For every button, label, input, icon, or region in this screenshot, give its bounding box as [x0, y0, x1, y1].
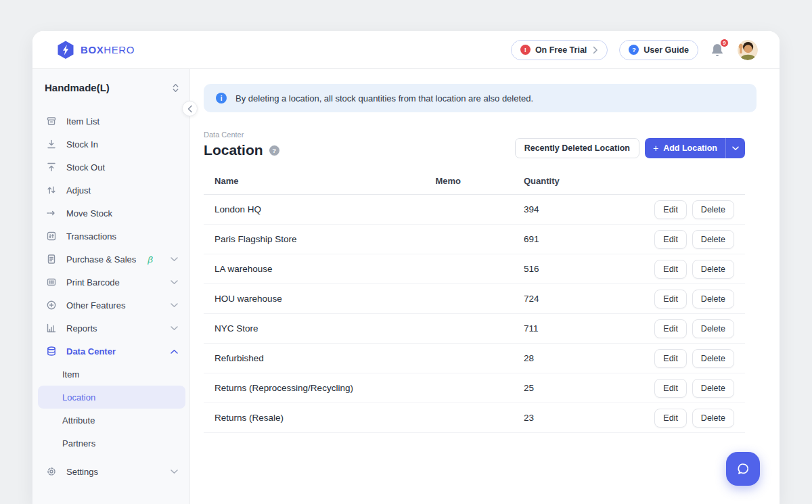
sidebar-item-adjust[interactable]: Adjust	[32, 179, 189, 202]
sidebar-item-attribute[interactable]: Attribute	[38, 409, 185, 432]
delete-button[interactable]: Delete	[692, 349, 734, 368]
page-title: Location	[204, 142, 263, 158]
sidebar-item-move-stock[interactable]: Move Stock	[32, 202, 189, 225]
topbar: BOXHERO ! On Free Trial ? User Guide	[32, 31, 780, 69]
location-quantity: 23	[524, 413, 633, 423]
sidebar-item-reports[interactable]: Reports	[32, 317, 189, 340]
sidebar-item-stock-in[interactable]: Stock In	[32, 133, 189, 156]
main-content: i By deleting a location, all stock quan…	[190, 69, 780, 504]
chevron-left-icon	[187, 105, 193, 113]
beta-badge: β	[148, 254, 153, 265]
edit-button[interactable]: Edit	[654, 349, 687, 368]
collapse-sidebar-button[interactable]	[182, 101, 198, 116]
sidebar-item-other-features[interactable]: Other Features	[32, 294, 189, 317]
app-window: BOXHERO ! On Free Trial ? User Guide	[32, 31, 780, 504]
chat-bubble-icon	[736, 461, 751, 477]
info-banner-text: By deleting a location, all stock quanti…	[235, 93, 533, 104]
alert-icon: !	[520, 45, 531, 55]
location-quantity: 516	[524, 264, 633, 274]
sidebar-item-partners[interactable]: Partners	[38, 432, 185, 455]
sidebar-item-purchase-sales[interactable]: Purchase & Sales β	[32, 248, 189, 271]
sidebar-item-data-center[interactable]: Data Center	[32, 340, 189, 363]
page-header-actions: Recently Deleted Location + Add Location	[515, 138, 745, 158]
sidebar-item-item-list[interactable]: Item List	[32, 110, 189, 133]
sidebar-item-location[interactable]: Location	[38, 386, 185, 409]
edit-button[interactable]: Edit	[654, 379, 687, 398]
sidebar: Handmade(L) Item List Stock In	[32, 69, 190, 504]
table-row: Returns (Reprocessing/Recycling) 25 Edit…	[204, 373, 745, 403]
sidebar-item-label: Settings	[66, 467, 98, 477]
sidebar-item-transactions[interactable]: Transactions	[32, 225, 189, 248]
delete-button[interactable]: Delete	[692, 290, 734, 308]
sidebar-item-label: Transactions	[66, 231, 116, 242]
plus-icon: +	[653, 143, 658, 154]
chevron-up-icon	[171, 349, 178, 354]
free-trial-button[interactable]: ! On Free Trial	[511, 40, 608, 60]
location-name: HOU warehouse	[215, 294, 435, 304]
boxhero-logo[interactable]: BOXHERO	[57, 41, 135, 60]
user-guide-label: User Guide	[644, 45, 689, 55]
help-icon[interactable]: ?	[269, 145, 279, 156]
sidebar-item-item[interactable]: Item	[38, 363, 185, 386]
delete-button[interactable]: Delete	[692, 230, 734, 249]
edit-button[interactable]: Edit	[654, 260, 687, 279]
table-row: Paris Flagship Store 691 Edit Delete	[204, 225, 745, 254]
breadcrumb: Data Center	[204, 131, 279, 139]
chevron-down-icon	[171, 280, 178, 285]
recently-deleted-location-button[interactable]: Recently Deleted Location	[515, 138, 639, 158]
add-location-label: Add Location	[663, 143, 717, 153]
adjust-icon	[46, 185, 58, 196]
column-header-memo: Memo	[435, 176, 524, 186]
plus-circle-icon	[46, 300, 58, 311]
edit-button[interactable]: Edit	[654, 230, 687, 249]
delete-button[interactable]: Delete	[692, 379, 734, 398]
sidebar-item-label: Move Stock	[66, 208, 112, 219]
location-quantity: 394	[524, 204, 633, 214]
barcode-icon	[46, 277, 58, 288]
chevron-down-icon[interactable]	[726, 138, 745, 158]
question-icon: ?	[629, 45, 639, 55]
workspace-switcher[interactable]: Handmade(L)	[32, 82, 189, 93]
sidebar-item-stock-out[interactable]: Stock Out	[32, 156, 189, 179]
location-quantity: 691	[524, 234, 633, 244]
delete-button[interactable]: Delete	[692, 260, 734, 279]
chevron-down-icon	[171, 326, 178, 331]
table-row: HOU warehouse 724 Edit Delete	[204, 284, 745, 314]
table-row: Refurbished 28 Edit Delete	[204, 344, 745, 373]
location-quantity: 28	[524, 353, 633, 363]
sidebar-item-label: Other Features	[66, 300, 125, 311]
sidebar-item-print-barcode[interactable]: Print Barcode	[32, 271, 189, 294]
table-row: London HQ 394 Edit Delete	[204, 195, 745, 225]
user-guide-button[interactable]: ? User Guide	[619, 40, 698, 60]
sidebar-item-label: Stock In	[66, 139, 98, 150]
delete-button[interactable]: Delete	[692, 409, 734, 428]
bar-chart-icon	[46, 323, 58, 334]
notifications-button[interactable]: 9	[710, 42, 726, 58]
gear-icon	[46, 466, 58, 477]
add-location-button[interactable]: + Add Location	[645, 138, 745, 158]
chevron-down-icon	[171, 469, 178, 474]
stock-out-icon	[46, 162, 58, 173]
edit-button[interactable]: Edit	[654, 409, 687, 428]
chevron-down-icon	[171, 257, 178, 262]
chevron-down-icon	[171, 303, 178, 308]
edit-button[interactable]: Edit	[654, 290, 687, 308]
location-name: Returns (Reprocessing/Recycling)	[215, 383, 435, 393]
location-quantity: 711	[524, 323, 633, 334]
sidebar-item-settings[interactable]: Settings	[32, 460, 189, 483]
table-row: NYC Store 711 Edit Delete	[204, 314, 745, 344]
delete-button[interactable]: Delete	[692, 200, 734, 219]
topbar-actions: ! On Free Trial ? User Guide 9	[511, 40, 758, 60]
user-avatar[interactable]	[738, 40, 758, 60]
page-header: Data Center Location ? Recently Deleted …	[204, 131, 745, 158]
delete-button[interactable]: Delete	[692, 319, 734, 338]
chat-widget-button[interactable]	[726, 452, 760, 486]
sidebar-item-label: Stock Out	[66, 162, 105, 173]
app-body: Handmade(L) Item List Stock In	[32, 69, 780, 504]
page-header-left: Data Center Location ?	[204, 131, 279, 158]
sidebar-item-label: Adjust	[66, 185, 91, 196]
edit-button[interactable]: Edit	[654, 319, 687, 338]
edit-button[interactable]: Edit	[654, 200, 687, 219]
sort-arrows-icon	[172, 83, 179, 93]
location-name: NYC Store	[215, 323, 435, 334]
